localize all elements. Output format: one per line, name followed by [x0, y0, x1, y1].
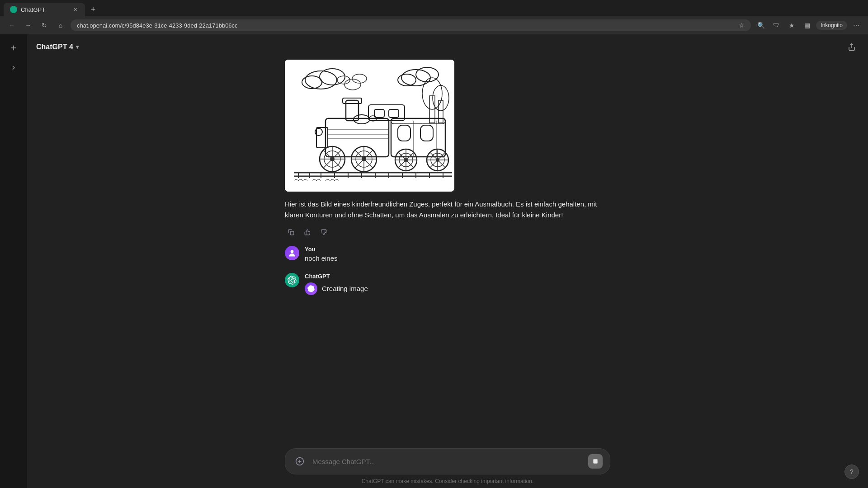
share-button[interactable]	[844, 40, 859, 54]
attach-button[interactable]	[292, 454, 307, 469]
chatgpt-message: ChatGPT Creating image	[285, 273, 610, 295]
new-chat-button[interactable]	[5, 40, 22, 56]
user-message: You noch eines	[285, 246, 610, 264]
help-button[interactable]: ?	[844, 465, 859, 479]
assistant-text-message: Hier ist das Bild eines kinderfreundlich…	[285, 199, 610, 239]
chatgpt-name-label: ChatGPT	[305, 273, 368, 280]
chat-title-area[interactable]: ChatGPT 4 ▾	[36, 43, 79, 51]
creating-image-text: Creating image	[322, 285, 368, 292]
browser-chrome: ChatGPT ✕ + ← → ↻ ⌂ chat.openai.com/c/95…	[0, 0, 868, 34]
thumbs-down-button[interactable]	[317, 226, 330, 239]
zoom-icon[interactable]: 🔍	[755, 19, 767, 32]
chatgpt-response-content: ChatGPT Creating image	[305, 273, 368, 295]
disclaimer-text: ChatGPT can make mistakes. Consider chec…	[362, 478, 534, 484]
messages-container: Hier ist das Bild eines kinderfreundlich…	[27, 60, 868, 441]
tab-favicon	[10, 6, 17, 13]
back-button[interactable]: ←	[5, 19, 18, 32]
address-text: chat.openai.com/c/95d84e3e-31ce-4233-9de…	[77, 22, 735, 29]
svg-point-76	[291, 250, 294, 253]
sidebar-icon[interactable]: ▤	[801, 19, 813, 32]
tab-close-button[interactable]: ✕	[71, 6, 79, 13]
active-tab[interactable]: ChatGPT ✕	[4, 3, 85, 16]
messages-inner: Hier ist das Bild eines kinderfreundlich…	[285, 60, 610, 302]
chat-header: ChatGPT 4 ▾	[27, 34, 868, 60]
menu-button[interactable]: ⋯	[850, 19, 863, 32]
bookmark-icon[interactable]: ★	[785, 19, 798, 32]
nav-bar: ← → ↻ ⌂ chat.openai.com/c/95d84e3e-31ce-…	[0, 16, 868, 34]
thumbs-up-button[interactable]	[301, 226, 314, 239]
shield-icon[interactable]: 🛡	[770, 19, 783, 32]
user-message-content: You noch eines	[305, 246, 338, 264]
stop-button[interactable]	[588, 454, 603, 469]
message-actions	[285, 226, 610, 239]
home-button[interactable]: ⌂	[54, 19, 67, 32]
input-box	[285, 448, 610, 474]
main-content: ChatGPT 4 ▾	[27, 34, 868, 488]
sidebar	[0, 34, 27, 488]
chevron-down-icon: ▾	[76, 44, 79, 50]
address-bar[interactable]: chat.openai.com/c/95d84e3e-31ce-4233-9de…	[71, 19, 751, 31]
profile-name: Inkognito	[821, 22, 843, 28]
forward-button[interactable]: →	[22, 19, 34, 32]
coloring-book-image[interactable]	[285, 60, 454, 192]
profile-button[interactable]: Inkognito	[816, 21, 847, 30]
svg-rect-75	[290, 231, 294, 235]
message-input[interactable]	[312, 458, 583, 465]
reload-button[interactable]: ↻	[38, 19, 51, 32]
sidebar-toggle-button[interactable]	[5, 60, 22, 76]
copy-button[interactable]	[285, 226, 297, 239]
input-area: ChatGPT can make mistakes. Consider chec…	[27, 441, 868, 488]
creating-image-row: Creating image	[305, 282, 368, 295]
nav-icons-right: 🔍 🛡 ★ ▤ Inkognito ⋯	[755, 19, 863, 32]
new-tab-button[interactable]: +	[87, 3, 99, 16]
star-icon[interactable]: ☆	[739, 22, 745, 29]
assistant-description: Hier ist das Bild eines kinderfreundlich…	[285, 199, 610, 221]
user-name-label: You	[305, 246, 338, 253]
app-container: ChatGPT 4 ▾	[0, 34, 868, 488]
user-avatar	[285, 246, 299, 260]
image-message	[285, 60, 610, 192]
user-message-text: noch eines	[305, 253, 338, 264]
tab-title: ChatGPT	[21, 6, 68, 13]
chatgpt-avatar	[285, 273, 299, 287]
svg-rect-80	[593, 459, 597, 463]
tab-bar: ChatGPT ✕ +	[0, 0, 868, 16]
creating-image-icon	[305, 282, 317, 295]
chat-title: ChatGPT 4	[36, 43, 73, 51]
